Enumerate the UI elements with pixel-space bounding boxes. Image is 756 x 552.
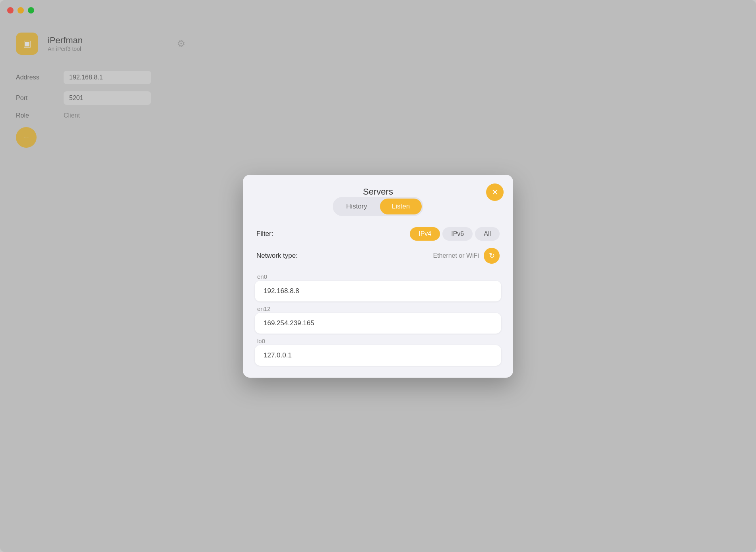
modal-body: Filter: IPv4 IPv6 All Network type: Ethe… [243,227,513,378]
modal-overlay: Servers ✕ History Listen Filter: IPv4 [0,0,756,552]
filter-buttons: IPv4 IPv6 All [410,227,500,241]
interface-label-lo0: lo0 [255,337,501,345]
interface-list: en0 192.168.8.8 en12 169.254.239.165 lo0… [255,272,501,366]
tab-listen[interactable]: Listen [380,199,422,214]
address-item-en0-0[interactable]: 192.168.8.8 [255,281,501,301]
filter-ipv6-button[interactable]: IPv6 [442,227,473,241]
interface-label-en0: en0 [255,272,501,281]
interface-group-en12: en12 169.254.239.165 [255,305,501,334]
refresh-button[interactable]: ↻ [484,248,500,264]
network-type-value: Ethernet or WiFi [433,252,479,259]
network-value-group: Ethernet or WiFi ↻ [433,248,500,264]
filter-all-button[interactable]: All [475,227,500,241]
modal-close-button[interactable]: ✕ [486,183,504,201]
tab-history[interactable]: History [334,199,379,214]
modal-title: Servers [363,187,393,197]
filter-label: Filter: [256,230,273,238]
servers-modal: Servers ✕ History Listen Filter: IPv4 [243,175,513,378]
network-type-row: Network type: Ethernet or WiFi ↻ [255,248,501,264]
modal-header: Servers ✕ History Listen [243,175,513,216]
network-type-label: Network type: [256,252,298,260]
refresh-icon: ↻ [489,251,495,260]
filter-row: Filter: IPv4 IPv6 All [255,227,501,241]
interface-label-en12: en12 [255,305,501,313]
interface-group-lo0: lo0 127.0.0.1 [255,337,501,366]
filter-ipv4-button[interactable]: IPv4 [410,227,440,241]
tab-bar: History Listen [255,197,501,216]
tab-pill: History Listen [333,197,423,216]
interface-group-en0: en0 192.168.8.8 [255,272,501,301]
app-window: ▣ iPerfman An iPerf3 tool ⚙ Address Port… [0,0,756,552]
address-item-lo0-0[interactable]: 127.0.0.1 [255,345,501,366]
address-item-en12-0[interactable]: 169.254.239.165 [255,313,501,334]
close-icon: ✕ [492,187,498,197]
